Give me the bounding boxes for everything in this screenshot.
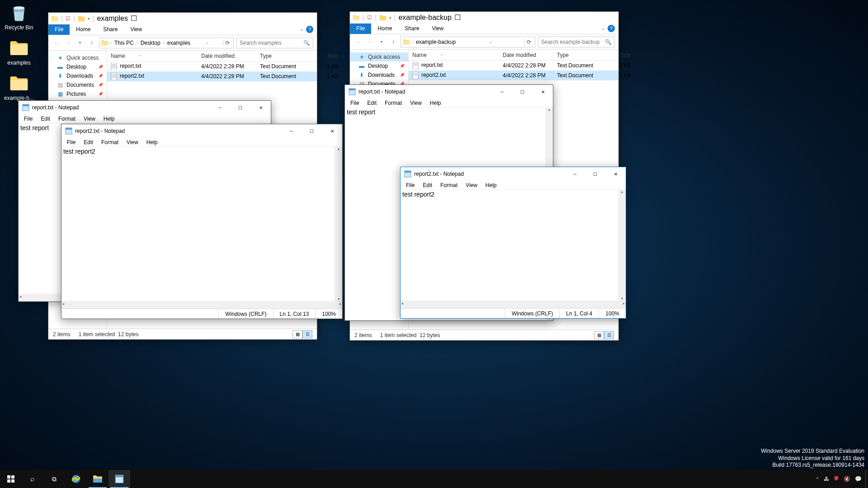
close-button[interactable]: ✕ [322,124,342,138]
chevron-right-icon[interactable]: › [163,41,165,45]
help-icon[interactable]: ? [306,26,313,33]
tray-network-icon[interactable]: 🖧 [824,476,829,482]
desktop-icon-examples[interactable]: examples [2,37,36,66]
desktop-icon-recycle-bin[interactable]: Recycle Bin [2,2,36,31]
address-box[interactable]: › This PC › Desktop › examples ⌄ ⟳ [99,38,234,48]
search-icon[interactable]: 🔍 [303,40,310,46]
nav-desktop[interactable]: ▬Desktop📌 [350,61,408,70]
back-button[interactable]: ← [52,38,61,47]
expand-ribbon-icon[interactable]: ⌄ [300,27,303,32]
menu-edit[interactable]: Edit [80,139,97,146]
menu-format[interactable]: Format [437,182,461,189]
task-view-button[interactable]: ⧉ [43,470,65,488]
breadcrumb[interactable]: examples [166,40,191,46]
forward-button[interactable]: → [365,38,374,47]
menu-file[interactable]: File [347,99,363,107]
desktop-icon-example-backup[interactable]: example-b... [2,72,36,101]
menu-view[interactable]: View [123,139,142,146]
refresh-icon[interactable]: ⟳ [223,40,231,46]
nav-documents[interactable]: ▤Documents📌 [48,80,107,89]
tab-share[interactable]: Share [97,24,124,35]
col-type[interactable]: Type [553,52,608,58]
close-button[interactable]: ✕ [533,85,553,99]
menu-view[interactable]: View [406,99,425,107]
text-area[interactable]: test report2 [61,147,342,301]
col-name[interactable]: Name⌃ [409,52,499,58]
tab-view[interactable]: View [124,24,148,35]
tab-file[interactable]: File [350,23,371,34]
minimize-button[interactable]: ─ [565,167,585,181]
chevron-right-icon[interactable]: › [137,41,138,45]
tab-view[interactable]: View [425,23,450,34]
notepad-window-report2[interactable]: report2.txt - Notepad ─ ☐ ✕ File Edit Fo… [61,124,343,319]
maximize-button[interactable]: ☐ [454,13,461,22]
search-icon[interactable]: 🔍 [605,39,612,45]
menu-help[interactable]: Help [426,99,445,107]
col-size[interactable]: Size [608,52,635,58]
tray-chevron-icon[interactable]: ⌃ [816,477,819,482]
taskbar-notepad[interactable] [108,470,130,488]
col-date[interactable]: Date modified [499,52,553,58]
menu-edit[interactable]: Edit [37,115,54,122]
nav-downloads[interactable]: ⬇Downloads📌 [350,70,408,80]
col-name[interactable]: Name⌃ [107,53,198,59]
up-button[interactable]: ↑ [389,38,398,47]
menu-help[interactable]: Help [482,182,500,189]
tray-notifications-icon[interactable]: 💬 [855,476,862,482]
search-input[interactable]: Search example-backup 🔍 [538,37,615,47]
address-dropdown-icon[interactable]: ⌄ [487,40,494,44]
col-size[interactable]: Size [311,53,342,59]
search-input[interactable]: Search examples 🔍 [236,38,313,48]
chevron-right-icon[interactable]: › [412,40,413,44]
forward-button[interactable]: → [64,38,73,47]
file-row[interactable]: report2.txt 4/4/2022 2:28 PM Text Docume… [107,71,317,81]
view-large-icons-button[interactable]: ▦ [594,331,604,339]
menu-file[interactable]: File [63,139,79,146]
start-button[interactable] [0,470,22,488]
menu-help[interactable]: Help [100,115,118,122]
maximize-button[interactable]: ☐ [512,85,533,99]
col-type[interactable]: Type [256,53,311,59]
breadcrumb[interactable]: Desktop [140,40,161,46]
help-icon[interactable]: ? [608,25,615,32]
close-button[interactable]: ✕ [250,101,271,114]
back-button[interactable]: ← [354,38,363,47]
scrollbar-vertical[interactable] [618,190,626,300]
properties-icon[interactable]: ☑ [66,15,71,22]
taskbar-ie[interactable] [65,470,87,488]
menu-format[interactable]: Format [55,115,79,122]
minimize-button[interactable]: ─ [131,6,137,14]
chevron-right-icon[interactable]: › [110,41,112,45]
col-date[interactable]: Date modified [198,53,256,59]
minimize-button[interactable]: ─ [281,124,302,138]
refresh-icon[interactable]: ⟳ [524,39,533,45]
qat-dropdown-icon[interactable]: ▾ [389,16,391,20]
file-row[interactable]: report.txt 4/4/2022 2:28 PM Text Documen… [107,61,317,71]
address-box[interactable]: › example-backup ⌄ ⟳ [401,37,535,47]
scrollbar-vertical[interactable] [335,147,342,301]
text-area[interactable]: test report2 [401,190,626,300]
file-row[interactable]: report2.txt 4/4/2022 2:28 PM Text Docume… [409,70,618,80]
tab-home[interactable]: Home [371,23,398,34]
recent-dropdown[interactable]: ▾ [377,38,386,47]
tab-file[interactable]: File [48,24,70,35]
menu-edit[interactable]: Edit [419,182,436,189]
minimize-button[interactable]: ─ [210,101,230,114]
menu-format[interactable]: Format [98,139,122,146]
scrollbar-horizontal[interactable] [61,301,342,309]
breadcrumb[interactable]: This PC [113,40,135,46]
file-row[interactable]: report.txt 4/4/2022 2:28 PM Text Documen… [409,61,618,70]
view-large-icons-button[interactable]: ▦ [292,330,302,338]
taskbar-explorer[interactable] [87,470,108,488]
properties-icon[interactable]: ☑ [367,14,372,21]
menu-edit[interactable]: Edit [363,99,380,107]
maximize-button[interactable]: ☐ [585,167,605,181]
nav-quick-access[interactable]: ★Quick access [48,53,107,62]
maximize-button[interactable]: ☐ [230,101,250,114]
maximize-button[interactable]: ☐ [131,14,137,23]
close-button[interactable]: ✕ [605,167,626,181]
tray-security-icon[interactable]: ⛊ [834,476,839,482]
search-button[interactable]: ⌕ [22,470,43,488]
maximize-button[interactable]: ☐ [302,124,322,138]
scrollbar-horizontal[interactable] [401,300,626,308]
